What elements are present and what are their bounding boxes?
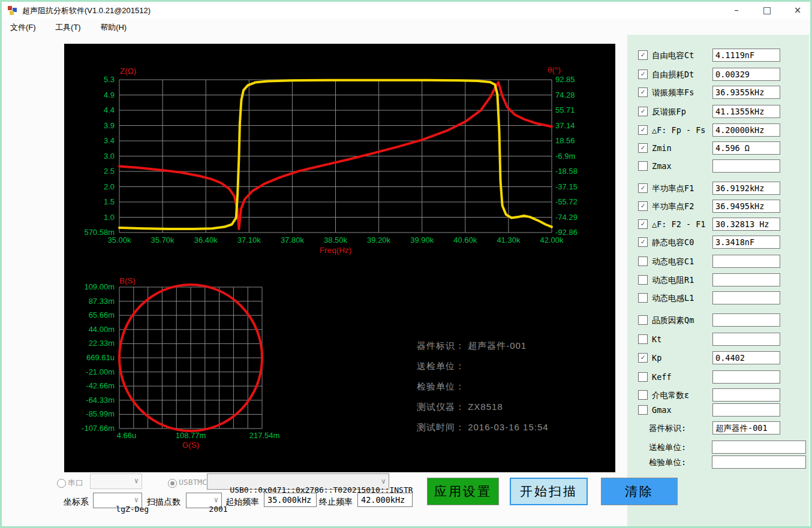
tick-label: 37.10k — [237, 236, 261, 245]
measurement-checkbox[interactable]: ✓ — [638, 88, 648, 97]
measurement-field[interactable]: 0.4402 — [712, 351, 780, 364]
apply-settings-button[interactable]: 应用设置 — [427, 478, 499, 505]
measurement-checkbox[interactable] — [638, 334, 648, 344]
measurement-field[interactable]: 41.1355kHz — [712, 105, 780, 118]
measurement-checkbox[interactable] — [638, 257, 648, 266]
tick-label: 22.33m — [89, 339, 115, 348]
sweep-points-select[interactable]: 2001 ∨ — [186, 493, 222, 508]
measurement-field[interactable]: 4.596 Ω — [712, 141, 780, 155]
measurement-checkbox[interactable]: ✓ — [638, 237, 648, 247]
measurement-row: 动态电容C1 — [627, 254, 809, 270]
measurement-panel: ✓自由电容Ct4.1119nF✓自由损耗Dt0.00329✓谐振频率Fs36.9… — [627, 35, 809, 526]
tick-label: 74.28 — [555, 90, 575, 99]
measurement-field[interactable]: 4.20000kHz — [712, 123, 780, 137]
tick-label: -64.33m — [86, 396, 115, 405]
measurement-field[interactable]: 0.00329 — [712, 68, 780, 81]
clear-button[interactable]: 清除 — [601, 478, 678, 505]
tick-label: 18.56 — [555, 136, 575, 145]
coord-system-value: lgZ-Deg — [116, 505, 149, 514]
measurement-label: Keff — [652, 372, 672, 382]
usbtmc-radio-label: USBTMC — [179, 478, 207, 487]
measurement-row: 介电常数ε — [627, 388, 809, 403]
measurement-checkbox[interactable]: ✓ — [638, 143, 648, 153]
tick-label: -85.99m — [86, 409, 115, 418]
measurement-label: Zmax — [652, 161, 672, 171]
measurement-row: 品质因素Qm — [627, 313, 809, 328]
test-info-line: 测试时间： 2016-03-16 15:54 — [417, 420, 549, 440]
serial-port-select[interactable]: ∨ — [90, 473, 142, 489]
window-title: 超声阻抗分析软件(V1.0.21@201512) — [22, 5, 151, 16]
maximize-button[interactable]: □ — [753, 2, 781, 19]
measurement-label: 动态电感L1 — [652, 293, 694, 304]
measurement-checkbox[interactable] — [638, 293, 648, 303]
measurement-field[interactable]: 4.1119nF — [712, 49, 780, 62]
menu-tools[interactable]: 工具(T) — [47, 19, 89, 35]
measurement-checkbox[interactable]: ✓ — [638, 107, 648, 116]
measurement-field[interactable]: 3.3418nF — [712, 236, 780, 249]
measurement-checkbox[interactable]: ✓ — [638, 183, 648, 193]
tick-label: 669.61u — [86, 353, 115, 362]
menu-file[interactable]: 文件(F) — [2, 19, 44, 35]
serial-radio[interactable] — [57, 479, 66, 488]
tick-label: 1.5 — [104, 197, 115, 206]
measurement-checkbox[interactable] — [638, 275, 648, 285]
identity-field[interactable]: 超声器件-001 — [712, 421, 780, 435]
test-info-overlay: 器件标识： 超声器件-001送检单位：检验单位：测试仪器： ZX8518测试时间… — [417, 339, 549, 440]
coord-system-select[interactable]: lgZ-Deg ∨ — [93, 493, 142, 508]
usbtmc-address-select[interactable]: USB0::0x0471::0x2786::T020215010::INSTR … — [207, 473, 389, 490]
measurement-checkbox[interactable]: ✓ — [638, 70, 648, 79]
identity-label: 器件标识: — [649, 423, 686, 434]
measurement-checkbox[interactable] — [638, 390, 648, 400]
start-freq-label: 起始频率 — [225, 497, 259, 508]
measurement-field[interactable] — [712, 403, 780, 417]
identity-field[interactable] — [712, 440, 806, 454]
measurement-field[interactable] — [712, 370, 780, 384]
measurement-row: Keff — [627, 370, 809, 385]
start-scan-button[interactable]: 开始扫描 — [510, 478, 588, 505]
measurement-field[interactable]: 30.32813 Hz — [712, 218, 780, 231]
tick-label: 4.9 — [104, 90, 115, 99]
menu-help[interactable]: 帮助(H) — [92, 19, 135, 35]
start-freq-input[interactable]: 35.000kHz — [264, 493, 317, 507]
stop-freq-label: 终止频率 — [319, 497, 353, 508]
close-button[interactable]: × — [784, 2, 811, 19]
measurement-checkbox[interactable]: ✓ — [638, 201, 648, 211]
measurement-row: ✓反谐振Fp41.1355kHz — [627, 104, 809, 120]
minimize-button[interactable]: – — [723, 2, 750, 19]
menubar: 文件(F) 工具(T) 帮助(H) — [2, 19, 810, 35]
measurement-label: 品质因素Qm — [652, 315, 694, 326]
measurement-checkbox[interactable]: ✓ — [638, 125, 648, 135]
measurement-label: Kp — [652, 353, 661, 363]
usbtmc-radio[interactable] — [168, 479, 177, 488]
tick-label: 2.0 — [104, 182, 115, 191]
measurement-field[interactable]: 36.9192kHz — [712, 182, 780, 195]
identity-label: 检验单位: — [649, 457, 686, 468]
measurement-checkbox[interactable]: ✓ — [638, 353, 648, 363]
tick-label: 2.5 — [104, 167, 115, 176]
measurement-checkbox[interactable] — [638, 161, 648, 171]
measurement-field[interactable] — [712, 333, 780, 346]
stop-freq-input[interactable]: 42.000kHz — [357, 493, 413, 507]
measurement-field[interactable]: 36.9355kHz — [712, 86, 780, 99]
measurement-row: ✓自由损耗Dt0.00329 — [627, 67, 809, 83]
chevron-down-icon: ∨ — [381, 477, 386, 485]
measurement-checkbox[interactable] — [638, 405, 648, 415]
measurement-field[interactable]: 36.9495kHz — [712, 200, 780, 213]
measurement-field[interactable] — [712, 291, 780, 304]
measurement-field[interactable] — [712, 273, 780, 286]
sweep-points-value: 2001 — [209, 505, 227, 514]
identity-field[interactable] — [712, 455, 806, 469]
measurement-checkbox[interactable]: ✓ — [638, 50, 648, 60]
measurement-checkbox[interactable] — [638, 315, 648, 325]
measurement-label: 动态电阻R1 — [652, 275, 694, 286]
measurement-field[interactable] — [712, 255, 780, 268]
measurement-field[interactable] — [712, 388, 780, 402]
chevron-down-icon: ∨ — [134, 496, 139, 504]
tick-label: 39.90k — [410, 236, 434, 245]
measurement-checkbox[interactable] — [638, 372, 648, 382]
measurement-field[interactable] — [712, 159, 780, 173]
measurement-checkbox[interactable]: ✓ — [638, 219, 648, 229]
tick-label: 3.9 — [104, 121, 115, 130]
tick-label: -74.29 — [555, 213, 578, 222]
measurement-field[interactable] — [712, 313, 780, 327]
